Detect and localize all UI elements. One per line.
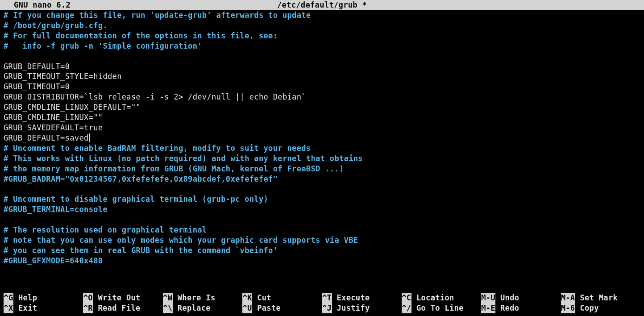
shortcut-write-out[interactable]: ^OWrite Out — [83, 293, 162, 303]
editor-line: # If you change this file, run 'update-g… — [4, 10, 644, 21]
shortcut-key: ^O — [83, 293, 93, 303]
app-name: GNU nano 6.2 — [14, 0, 71, 10]
shortcut-key: ^R — [83, 303, 93, 313]
editor-line: GRUB_DEFAULT=0 — [4, 62, 644, 72]
editor-line: GRUB_TIMEOUT=0 — [4, 82, 644, 92]
title-bar: GNU nano 6.2 /etc/default/grub * — [0, 0, 644, 10]
shortcut-label: Paste — [257, 303, 281, 313]
shortcut-key: ^U — [242, 303, 252, 313]
shortcut-key: ^J — [322, 303, 332, 313]
shortcut-location[interactable]: ^CLocation — [402, 293, 481, 303]
shortcut-go-to-line[interactable]: ^/Go To Line — [402, 303, 481, 313]
editor-line: # you can see them in real GRUB with the… — [4, 245, 644, 256]
editor-line — [4, 215, 644, 225]
shortcut-label: Replace — [178, 303, 211, 313]
shortcut-label: Undo — [500, 293, 519, 303]
shortcut-label: Execute — [337, 293, 370, 303]
shortcut-where-is[interactable]: ^WWhere Is — [163, 293, 242, 303]
editor-line: # Uncomment to enable BadRAM filtering, … — [4, 143, 644, 154]
shortcut-label: Set Mark — [580, 293, 618, 303]
shortcut-key: ^/ — [402, 303, 411, 313]
editor-line: GRUB_TIMEOUT_STYLE=hidden — [4, 71, 644, 82]
shortcut-label: Write Out — [98, 293, 140, 303]
shortcut-key: M-E — [481, 303, 495, 313]
editor-content[interactable]: # If you change this file, run 'update-g… — [0, 10, 644, 266]
editor-line: #GRUB_GFXMODE=640x480 — [4, 256, 644, 266]
shortcut-redo[interactable]: M-ERedo — [481, 303, 561, 313]
shortcuts-bar: ^GHelp^OWrite Out^WWhere Is^KCut^TExecut… — [4, 293, 640, 313]
cursor-icon — [89, 133, 90, 142]
shortcut-label: Copy — [580, 303, 598, 313]
shortcut-justify[interactable]: ^JJustify — [322, 303, 402, 313]
editor-line: GRUB_CMDLINE_LINUX_DEFAULT="" — [4, 102, 644, 112]
shortcut-label: Where Is — [178, 293, 216, 303]
shortcut-label: Read File — [98, 303, 140, 313]
editor-line — [4, 184, 644, 194]
editor-line: # /boot/grub/grub.cfg. — [4, 21, 644, 31]
shortcut-label: Exit — [18, 303, 37, 313]
shortcut-cut[interactable]: ^KCut — [242, 293, 322, 303]
editor-line: # Uncomment to disable graphical termina… — [4, 194, 644, 204]
shortcut-key: ^\ — [163, 303, 173, 313]
shortcut-key: M-6 — [561, 303, 575, 313]
shortcut-paste[interactable]: ^UPaste — [242, 303, 322, 313]
shortcut-key: ^T — [322, 293, 332, 303]
editor-line — [4, 51, 644, 62]
shortcut-label: Location — [416, 293, 454, 303]
shortcut-read-file[interactable]: ^RRead File — [83, 303, 162, 313]
shortcut-exit[interactable]: ^XExit — [4, 303, 83, 313]
editor-line: GRUB_DISTRIBUTOR=`lsb_release -i -s 2> /… — [4, 92, 644, 102]
editor-line: # This works with Linux (no patch requir… — [4, 154, 644, 164]
shortcut-key: ^G — [4, 293, 13, 303]
editor-line: GRUB_SAVEDEFAULT=true — [4, 123, 644, 133]
shortcut-label: Help — [18, 293, 37, 303]
editor-line: # the memory map information from GRUB (… — [4, 164, 644, 174]
shortcut-key: M-A — [561, 293, 575, 303]
filename: /etc/default/grub * — [277, 0, 367, 10]
editor-line: GRUB_DEFAULT=saved — [4, 133, 644, 143]
shortcut-key: ^W — [163, 293, 173, 303]
shortcut-label: Justify — [337, 303, 370, 313]
shortcut-undo[interactable]: M-UUndo — [481, 293, 561, 303]
shortcut-help[interactable]: ^GHelp — [4, 293, 83, 303]
shortcut-key: ^X — [4, 303, 13, 313]
shortcut-replace[interactable]: ^\Replace — [163, 303, 242, 313]
shortcut-key: M-U — [481, 293, 495, 303]
shortcut-key: ^C — [402, 293, 411, 303]
editor-line: # info -f grub -n 'Simple configuration' — [4, 41, 644, 51]
shortcut-key: ^K — [242, 293, 252, 303]
editor-line: # For full documentation of the options … — [4, 31, 644, 41]
editor-line: #GRUB_TERMINAL=console — [4, 204, 644, 215]
editor-line: # The resolution used on graphical termi… — [4, 225, 644, 235]
editor-line: #GRUB_BADRAM="0x01234567,0xfefefefe,0x89… — [4, 174, 644, 184]
shortcut-set-mark[interactable]: M-ASet Mark — [561, 293, 640, 303]
shortcut-label: Cut — [257, 293, 271, 303]
shortcut-execute[interactable]: ^TExecute — [322, 293, 402, 303]
shortcut-label: Redo — [500, 303, 519, 313]
editor-line: # note that you can use only modes which… — [4, 235, 644, 245]
shortcut-label: Go To Line — [416, 303, 464, 313]
editor-line: GRUB_CMDLINE_LINUX="" — [4, 112, 644, 123]
shortcut-copy[interactable]: M-6Copy — [561, 303, 640, 313]
